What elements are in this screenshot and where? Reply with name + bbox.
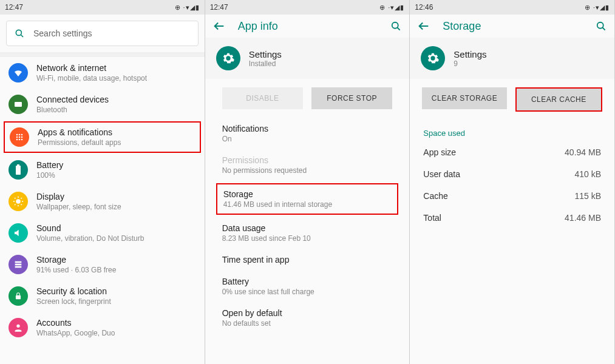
row-open-by-default[interactable]: Open by default No defaults set (205, 302, 410, 334)
label: Storage (36, 255, 116, 265)
sublabel: Wallpaper, sleep, font size (36, 203, 121, 211)
item-storage[interactable]: Storage91% used · 6.03 GB free (0, 249, 205, 280)
svg-rect-13 (17, 164, 19, 166)
svg-point-6 (16, 136, 18, 138)
label: User data (423, 169, 460, 179)
svg-line-20 (21, 204, 22, 206)
row-storage[interactable]: Storage 41.46 MB used in internal storag… (216, 183, 399, 215)
svg-point-7 (19, 136, 21, 138)
sublabel: 91% used · 6.03 GB free (36, 266, 116, 274)
back-button[interactable] (212, 19, 226, 33)
status-bar: 12:47 ⊕ ·▾◢▮ (0, 0, 205, 15)
svg-point-9 (16, 139, 18, 141)
lock-icon (8, 286, 28, 306)
button-row: DISABLE FORCE STOP (205, 79, 410, 118)
value: 115 kB (574, 191, 601, 201)
svg-line-30 (398, 28, 400, 30)
item-connected-devices[interactable]: Connected devicesBluetooth (0, 89, 205, 120)
svg-point-0 (16, 30, 21, 35)
app-line: 9 (454, 59, 486, 68)
svg-point-8 (21, 136, 23, 138)
label: Time spent in app (222, 255, 393, 265)
app-header: Settings 9 (410, 38, 614, 79)
clear-cache-highlight: CLEAR CACHE (515, 87, 602, 112)
status-time: 12:47 (5, 3, 23, 12)
sublabel: Screen lock, fingerprint (36, 297, 111, 306)
row-time-in-app[interactable]: Time spent in app (205, 249, 410, 271)
devices-icon (8, 95, 28, 114)
label: Data usage (222, 223, 393, 233)
label: Network & internet (36, 63, 147, 73)
appbar-title: Storage (443, 20, 481, 33)
battery-icon (8, 160, 28, 180)
screen-storage: 12:46 ⊕ ·▾◢▮ Storage Settings 9 CLEAR ST… (410, 0, 615, 364)
settings-list: Network & internetWi-Fi, mobile, data us… (0, 57, 205, 364)
force-stop-button[interactable]: FORCE STOP (311, 87, 392, 109)
svg-rect-2 (15, 102, 22, 107)
status-icons: ⊕ ·▾◢▮ (175, 4, 200, 12)
status-time: 12:47 (210, 3, 228, 12)
row-user-data: User data410 kB (410, 163, 614, 185)
label: Total (423, 213, 441, 223)
clear-cache-button[interactable]: CLEAR CACHE (517, 89, 601, 110)
item-apps-notifications[interactable]: Apps & notificationsPermissions, default… (4, 121, 201, 153)
back-button[interactable] (417, 19, 430, 33)
sublabel: Volume, vibration, Do Not Disturb (36, 234, 144, 243)
clear-storage-button[interactable]: CLEAR STORAGE (422, 87, 506, 109)
sublabel: Wi-Fi, mobile, data usage, hotspot (36, 74, 147, 83)
row-notifications[interactable]: Notifications On (205, 118, 410, 149)
app-header: Settings Installed (205, 38, 410, 79)
svg-line-19 (15, 198, 16, 199)
svg-rect-12 (16, 166, 21, 175)
item-security[interactable]: Security & locationScreen lock, fingerpr… (0, 280, 205, 312)
svg-rect-26 (16, 295, 21, 299)
search-button[interactable] (595, 20, 607, 32)
status-icons: ⊕ ·▾◢▮ (379, 4, 404, 12)
disable-button: DISABLE (222, 87, 303, 109)
svg-line-1 (21, 35, 23, 37)
label: Storage (223, 189, 392, 199)
button-row: CLEAR STORAGE CLEAR CACHE (410, 79, 614, 120)
item-sound[interactable]: SoundVolume, vibration, Do Not Disturb (0, 217, 205, 249)
svg-point-3 (16, 134, 18, 136)
row-total: Total41.46 MB (410, 207, 614, 229)
svg-line-33 (603, 28, 605, 30)
display-icon (8, 192, 28, 211)
svg-point-29 (392, 22, 398, 29)
row-battery[interactable]: Battery 0% use since last full charge (205, 271, 410, 302)
svg-point-4 (19, 134, 21, 136)
screen-app-info: 12:47 ⊕ ·▾◢▮ App info Settings Installed… (205, 0, 410, 364)
search-button[interactable] (390, 20, 402, 32)
wifi-icon (8, 63, 28, 83)
row-app-size: App size40.94 MB (410, 141, 614, 163)
divider (0, 52, 205, 57)
sublabel: Permissions, default apps (38, 138, 121, 147)
label: Sound (36, 223, 144, 233)
svg-point-14 (16, 199, 21, 204)
row-data-usage[interactable]: Data usage 8.23 MB used since Feb 10 (205, 217, 410, 249)
sublabel: Bluetooth (36, 106, 109, 114)
item-display[interactable]: DisplayWallpaper, sleep, font size (0, 186, 205, 217)
svg-point-32 (597, 22, 603, 29)
sublabel: 8.23 MB used since Feb 10 (222, 234, 393, 243)
item-accounts[interactable]: AccountsWhatsApp, Google, Duo (0, 312, 205, 343)
app-name: Settings (454, 49, 486, 59)
account-icon (8, 318, 28, 337)
status-icons: ⊕ ·▾◢▮ (585, 4, 610, 12)
search-placeholder: Search settings (33, 29, 92, 38)
screen-settings: 12:47 ⊕ ·▾◢▮ Search settings Network & i… (0, 0, 205, 364)
label: Notifications (222, 124, 393, 133)
label: Open by default (222, 308, 393, 318)
item-network[interactable]: Network & internetWi-Fi, mobile, data us… (0, 57, 205, 89)
search-settings-input[interactable]: Search settings (6, 21, 199, 46)
svg-rect-23 (15, 261, 22, 263)
svg-point-11 (21, 139, 23, 141)
app-bar: App info (205, 15, 410, 38)
svg-point-10 (19, 139, 21, 141)
svg-rect-25 (15, 266, 22, 268)
row-permissions: Permissions No permissions requested (205, 149, 410, 181)
value: 41.46 MB (565, 213, 601, 223)
svg-point-27 (16, 325, 19, 328)
item-battery[interactable]: Battery100% (0, 154, 205, 186)
label: App size (423, 147, 456, 157)
